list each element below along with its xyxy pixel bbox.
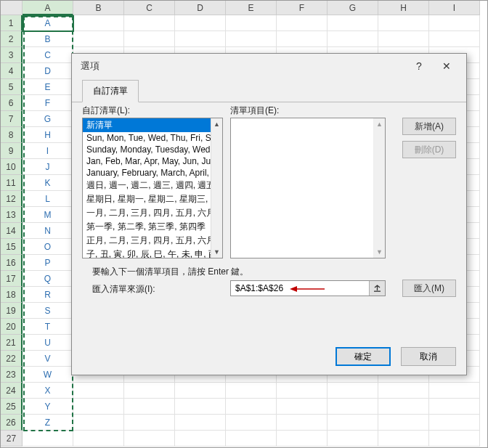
scrollbar[interactable]: ▲ ▼ [211, 118, 222, 258]
row-header[interactable]: 19 [1, 303, 23, 319]
row-header[interactable]: 17 [1, 271, 23, 287]
cell[interactable] [124, 31, 175, 47]
cancel-button[interactable]: 取消 [401, 347, 456, 366]
cell[interactable] [73, 383, 124, 399]
delete-button[interactable]: 刪除(D) [402, 141, 456, 158]
cell[interactable] [23, 431, 73, 447]
row-header[interactable]: 5 [1, 79, 23, 95]
row-header[interactable]: 20 [1, 319, 23, 335]
cell[interactable] [277, 399, 328, 415]
cell[interactable]: W [23, 367, 73, 383]
cell[interactable]: F [23, 95, 73, 111]
cell[interactable]: I [23, 143, 73, 159]
cell[interactable] [175, 415, 226, 431]
cell[interactable]: D [23, 63, 73, 79]
cell[interactable] [73, 431, 124, 447]
column-header[interactable]: I [429, 1, 480, 15]
custom-list-item[interactable]: 一月, 二月, 三月, 四月, 五月, 六月, [83, 206, 222, 220]
cell[interactable] [73, 415, 124, 431]
ok-button[interactable]: 確定 [336, 347, 391, 366]
cell[interactable] [175, 399, 226, 415]
cell[interactable] [378, 431, 429, 447]
scroll-down-icon[interactable]: ▼ [211, 246, 222, 258]
cell[interactable] [277, 431, 328, 447]
custom-list-item[interactable]: 子, 丑, 寅, 卯, 辰, 巳, 午, 未, 申, 酉, [83, 248, 222, 258]
cell[interactable] [378, 399, 429, 415]
custom-list-item[interactable]: Sunday, Monday, Tuesday, Wednesday, [83, 144, 222, 155]
cell[interactable]: L [23, 191, 73, 207]
cell[interactable] [378, 415, 429, 431]
cell[interactable]: P [23, 255, 73, 271]
column-header[interactable]: A [23, 1, 73, 15]
row-header[interactable]: 3 [1, 47, 23, 63]
cell[interactable] [429, 399, 480, 415]
cell[interactable]: U [23, 335, 73, 351]
row-header[interactable]: 16 [1, 255, 23, 271]
cell[interactable]: O [23, 239, 73, 255]
add-button[interactable]: 新增(A) [402, 118, 456, 135]
row-header[interactable]: 4 [1, 63, 23, 79]
cell[interactable]: R [23, 287, 73, 303]
row-header[interactable]: 8 [1, 127, 23, 143]
column-header[interactable]: H [378, 1, 429, 15]
cell[interactable] [378, 15, 429, 31]
cell[interactable]: B [23, 31, 73, 47]
column-header[interactable]: F [277, 1, 328, 15]
close-button[interactable]: ✕ [433, 56, 460, 76]
cell[interactable]: A [23, 15, 73, 31]
cell[interactable] [226, 383, 277, 399]
column-header[interactable]: D [175, 1, 226, 15]
row-header[interactable]: 27 [1, 431, 23, 447]
cell[interactable]: K [23, 175, 73, 191]
cell[interactable] [277, 31, 328, 47]
cell[interactable] [175, 431, 226, 447]
cell[interactable] [328, 31, 378, 47]
range-picker-button[interactable] [369, 281, 385, 296]
cell[interactable] [226, 15, 277, 31]
row-header[interactable]: 22 [1, 351, 23, 367]
row-header[interactable]: 2 [1, 31, 23, 47]
cell[interactable] [226, 415, 277, 431]
cell[interactable] [73, 399, 124, 415]
row-header[interactable]: 21 [1, 335, 23, 351]
cell[interactable]: V [23, 351, 73, 367]
cell[interactable] [328, 15, 378, 31]
cell[interactable]: Y [23, 399, 73, 415]
row-header[interactable]: 18 [1, 287, 23, 303]
column-header[interactable]: E [226, 1, 277, 15]
cell[interactable]: E [23, 79, 73, 95]
row-header[interactable]: 24 [1, 383, 23, 399]
column-header[interactable]: C [124, 1, 175, 15]
row-header[interactable]: 12 [1, 191, 23, 207]
cell[interactable]: J [23, 159, 73, 175]
cell[interactable] [175, 15, 226, 31]
custom-list-item[interactable]: Jan, Feb, Mar, Apr, May, Jun, Jul, [83, 155, 222, 167]
row-header[interactable]: 13 [1, 207, 23, 223]
row-header[interactable]: 23 [1, 367, 23, 383]
custom-list-item[interactable]: Sun, Mon, Tue, Wed, Thu, Fri, Sat [83, 132, 222, 144]
custom-list-item[interactable]: 正月, 二月, 三月, 四月, 五月, 六月, [83, 234, 222, 248]
custom-list-item[interactable]: January, February, March, April, May, [83, 167, 222, 179]
cell[interactable] [73, 15, 124, 31]
cell[interactable] [124, 431, 175, 447]
row-header[interactable]: 9 [1, 143, 23, 159]
cell[interactable] [328, 383, 378, 399]
row-header[interactable]: 25 [1, 399, 23, 415]
row-header[interactable]: 15 [1, 239, 23, 255]
select-all-corner[interactable] [1, 1, 23, 15]
list-entries-textarea[interactable]: ▲ ▼ [230, 118, 386, 258]
cell[interactable]: C [23, 47, 73, 63]
cell[interactable] [124, 383, 175, 399]
cell[interactable] [378, 31, 429, 47]
cell[interactable] [73, 31, 124, 47]
tab-custom-lists[interactable]: 自訂清單 [82, 80, 139, 102]
cell[interactable] [429, 15, 480, 31]
custom-list-item[interactable]: 新清單 [83, 118, 222, 132]
import-range-input[interactable]: $A$1:$A$26 [230, 280, 386, 296]
row-header[interactable]: 11 [1, 175, 23, 191]
cell[interactable]: S [23, 303, 73, 319]
cell[interactable] [429, 431, 480, 447]
row-header[interactable]: 26 [1, 415, 23, 431]
cell[interactable] [124, 15, 175, 31]
custom-list-item[interactable]: 週日, 週一, 週二, 週三, 週四, 週五, [83, 179, 222, 192]
